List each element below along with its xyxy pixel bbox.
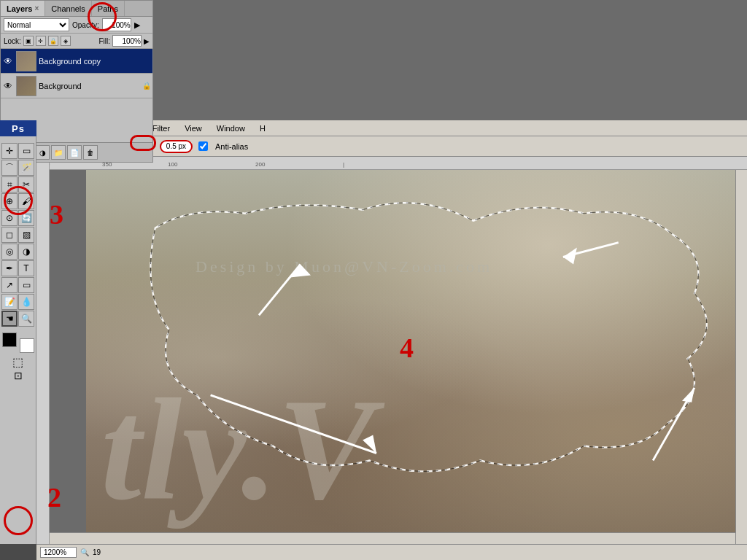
ps-logo: Ps <box>0 120 36 136</box>
tab-channels[interactable]: Channels <box>45 1 91 16</box>
gradient-tool[interactable]: ▨ <box>18 227 34 243</box>
canvas-background: tly.V Design by Muon@VN-Zoom.com <box>86 170 747 544</box>
zoom-input[interactable] <box>40 547 77 558</box>
feather-input[interactable] <box>160 140 193 153</box>
tool-row-6: ◻ ▨ <box>1 227 34 243</box>
tool-row-8: ✒ T <box>1 260 34 276</box>
layer-thumbnail <box>16 51 36 71</box>
status-bar: 🔍 19 <box>36 544 747 560</box>
panel-tabs: Layers × Channels Paths <box>1 1 152 17</box>
tool-row-10: 📝 💧 <box>1 294 34 310</box>
annotation-circle-zoom <box>4 506 33 535</box>
layer-thumbnail-2 <box>16 76 36 96</box>
color-swatches[interactable] <box>2 332 34 353</box>
tab-close-icon[interactable]: × <box>34 4 39 12</box>
lock-pixels-icon[interactable]: ▣ <box>23 36 34 46</box>
layer-item-background-copy[interactable]: 👁 Background copy <box>1 49 152 74</box>
annotation-circle-feather <box>130 135 156 151</box>
canvas-bg-gradient <box>86 170 747 544</box>
menu-help[interactable]: H <box>256 122 269 134</box>
layer-visibility-icon[interactable]: 👁 <box>2 55 14 67</box>
tool-row-7: ◎ ◑ <box>1 244 34 260</box>
text-tool[interactable]: T <box>18 260 34 276</box>
zoom-tool[interactable]: 🔍 <box>18 311 34 327</box>
pen-tool[interactable]: ✒ <box>1 260 18 276</box>
svg-text:100: 100 <box>168 161 178 168</box>
annotation-number-2: 2 <box>47 481 61 513</box>
tool-row-2: ⌒ 🪄 <box>1 160 34 176</box>
scrollbar-vertical[interactable] <box>735 170 747 544</box>
blur-tool[interactable]: ◎ <box>1 244 18 260</box>
fill-label: Fill: <box>98 37 110 45</box>
lock-move-icon[interactable]: ✛ <box>36 36 46 46</box>
eyedropper-tool[interactable]: 💧 <box>18 294 34 310</box>
opacity-arrow[interactable]: ▶ <box>134 20 140 30</box>
annotation-circle-lasso <box>4 186 33 215</box>
layer-item-background[interactable]: 👁 Background 🔒 <box>1 74 152 98</box>
canvas-image[interactable]: tly.V Design by Muon@VN-Zoom.com <box>86 170 747 544</box>
lock-row: Lock: ▣ ✛ 🔒 ◈ Fill: ▶ <box>1 34 152 49</box>
layer-name-background-copy: Background copy <box>39 57 151 66</box>
shape-tool[interactable]: ▭ <box>18 277 34 293</box>
annotation-circle-1 <box>88 2 117 31</box>
lock-label: Lock: <box>4 37 21 45</box>
eraser-tool[interactable]: ◻ <box>1 227 18 243</box>
annotation-number-4: 4 <box>400 332 414 364</box>
layer-visibility-icon-2[interactable]: 👁 <box>2 80 14 92</box>
magic-wand-tool[interactable]: 🪄 <box>18 160 34 176</box>
notes-tool[interactable]: 📝 <box>1 294 18 310</box>
annotation-number-3: 3 <box>50 198 63 230</box>
footer-new-btn[interactable]: 📄 <box>67 145 82 160</box>
hand-tool[interactable]: ☚ <box>1 311 18 327</box>
anti-alias-checkbox[interactable] <box>198 141 208 151</box>
status-magnifier-icon: 🔍 <box>80 548 89 556</box>
tool-row-11: ☚ 🔍 <box>1 311 34 327</box>
tab-layers[interactable]: Layers × <box>1 1 45 16</box>
quick-mask-icon[interactable]: ⬚ <box>12 355 23 369</box>
blend-mode-select[interactable]: Normal <box>4 18 69 31</box>
lasso-tool[interactable]: ⌒ <box>1 160 18 176</box>
tool-row-1: ✛ ▭ <box>1 143 34 159</box>
footer-trash-btn[interactable]: 🗑 <box>83 145 98 160</box>
layer-name-background: Background <box>39 82 140 90</box>
status-info: 19 <box>93 548 101 556</box>
move-tool[interactable]: ✛ <box>1 143 18 159</box>
fill-input[interactable] <box>112 35 142 47</box>
fill-arrow[interactable]: ▶ <box>144 37 150 45</box>
screen-mode-icon[interactable]: ⊡ <box>14 370 23 381</box>
dodge-tool[interactable]: ◑ <box>18 244 34 260</box>
lock-all-icon[interactable]: 🔒 <box>48 36 58 46</box>
layer-lock-icon: 🔒 <box>142 82 151 90</box>
svg-text:|: | <box>343 161 344 168</box>
menu-view[interactable]: View <box>181 122 206 134</box>
lock-extra-icon[interactable]: ◈ <box>61 36 71 46</box>
anti-alias-label: Anti-alias <box>215 142 248 151</box>
menu-window[interactable]: Window <box>213 122 249 134</box>
panel-controls: Normal Opacity: ▶ <box>1 17 152 34</box>
tool-row-9: ↗ ▭ <box>1 277 34 293</box>
selection-tool[interactable]: ▭ <box>18 143 34 159</box>
scrollbar-horizontal[interactable] <box>50 532 735 544</box>
toolbox: ✛ ▭ ⌒ 🪄 ⌗ ✂ ⊕ 🖌 ⊙ 🔄 ◻ ▨ ◎ ◑ ✒ T ↗ ▭ 📝 💧 … <box>0 120 36 544</box>
footer-folder-btn[interactable]: 📁 <box>51 145 66 160</box>
svg-text:200: 200 <box>255 161 266 168</box>
path-select-tool[interactable]: ↗ <box>1 277 18 293</box>
footer-mask-btn[interactable]: ◑ <box>35 145 50 160</box>
